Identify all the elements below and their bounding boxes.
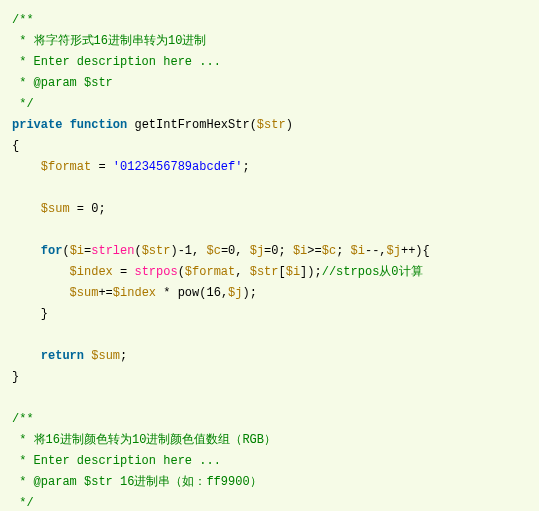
var-str: $str: [257, 118, 286, 132]
op-eq: =: [113, 265, 135, 279]
comma: ,: [221, 286, 228, 300]
keyword-private: private: [12, 118, 62, 132]
comment-line: */: [12, 496, 34, 510]
semi: ;: [242, 160, 249, 174]
comment-line: /**: [12, 412, 34, 426]
brace: }: [12, 370, 19, 384]
paren: ): [307, 265, 314, 279]
comma: ,: [235, 265, 249, 279]
var-str: $str: [250, 265, 279, 279]
comment-line: * @param $str 16进制串（如：ff9900）: [12, 475, 262, 489]
var-format: $format: [185, 265, 235, 279]
comment-line: */: [12, 97, 34, 111]
var-i: $i: [351, 244, 365, 258]
string-literal: '0123456789abcdef': [113, 160, 243, 174]
var-sum: $sum: [70, 286, 99, 300]
sep: ;: [336, 244, 350, 258]
var-i: $i: [293, 244, 307, 258]
comment-line: * @param $str: [12, 76, 113, 90]
keyword-function: function: [70, 118, 128, 132]
comment-line: * 将16进制颜色转为10进制颜色值数组（RGB）: [12, 433, 276, 447]
keyword-for: for: [41, 244, 63, 258]
op-eq: =: [91, 160, 113, 174]
var-sum: $sum: [41, 202, 70, 216]
semi: ;: [98, 202, 105, 216]
fn-pow: pow: [178, 286, 200, 300]
paren: (: [178, 265, 185, 279]
comment-line: /**: [12, 13, 34, 27]
comment-line: * 将字符形式16进制串转为10进制: [12, 34, 206, 48]
brace: }: [41, 307, 48, 321]
op-eq: =: [70, 202, 92, 216]
comment-line: * Enter description here ...: [12, 454, 221, 468]
var-c: $c: [206, 244, 220, 258]
var-sum: $sum: [91, 349, 120, 363]
op-mul: *: [156, 286, 178, 300]
paren: ): [286, 118, 293, 132]
dec: --,: [365, 244, 387, 258]
var-i: $i: [70, 244, 84, 258]
op-ge: >=: [307, 244, 321, 258]
inc: ++){: [401, 244, 430, 258]
paren: (: [62, 244, 69, 258]
var-format: $format: [41, 160, 91, 174]
keyword-return: return: [41, 349, 84, 363]
function-name: getIntFromHexStr: [134, 118, 249, 132]
code-block: /** * 将字符形式16进制串转为10进制 * Enter descripti…: [12, 10, 527, 511]
paren: ): [242, 286, 249, 300]
var-i: $i: [286, 265, 300, 279]
bracket: [: [279, 265, 286, 279]
var-j: $j: [387, 244, 401, 258]
semi: ;: [250, 286, 257, 300]
minus1: -1,: [178, 244, 207, 258]
op-pluseq: +=: [98, 286, 112, 300]
var-index: $index: [70, 265, 113, 279]
num-16: 16: [206, 286, 220, 300]
paren: ): [170, 244, 177, 258]
comment-line: * Enter description here ...: [12, 55, 221, 69]
var-str: $str: [142, 244, 171, 258]
var-j: $j: [250, 244, 264, 258]
semi: ;: [315, 265, 322, 279]
var-index: $index: [113, 286, 156, 300]
eq0: =0,: [221, 244, 250, 258]
semi: ;: [120, 349, 127, 363]
brace: {: [12, 139, 19, 153]
fn-strlen: strlen: [91, 244, 134, 258]
eq0: =0;: [264, 244, 293, 258]
paren: (: [250, 118, 257, 132]
var-c: $c: [322, 244, 336, 258]
paren: (: [134, 244, 141, 258]
fn-strpos: strpos: [134, 265, 177, 279]
var-j: $j: [228, 286, 242, 300]
comment-inline: //strpos从0计算: [322, 265, 423, 279]
